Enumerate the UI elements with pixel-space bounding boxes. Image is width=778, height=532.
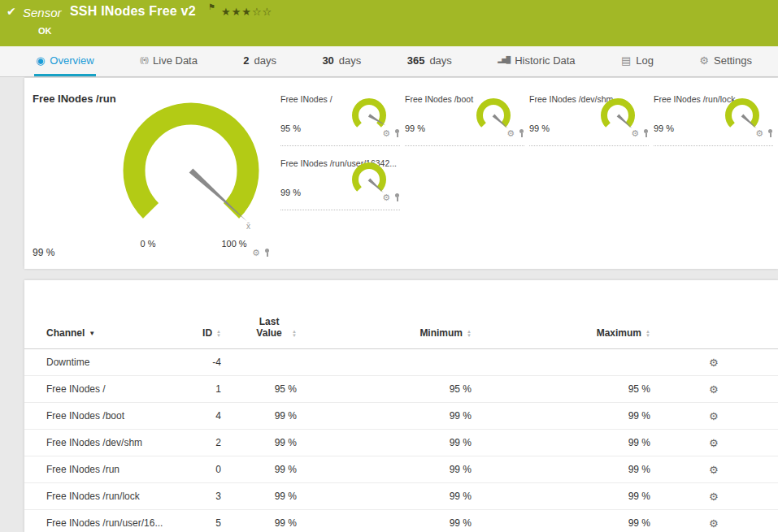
historic-icon: ▂▅█ (498, 57, 510, 63)
sort-icon: ▲▼ (467, 330, 472, 338)
flag-icon[interactable]: ⚑ (208, 2, 215, 11)
gauge-pin-icon[interactable] (519, 129, 524, 138)
tab-settings[interactable]: ⚙Settings (698, 46, 754, 76)
channel-settings-icon[interactable]: ⚙ (709, 410, 719, 422)
gauge-settings-icon[interactable]: ⚙ (755, 129, 763, 138)
tab-overview[interactable]: ◉Overview (34, 46, 96, 76)
gauge-value: 99 % (405, 123, 425, 133)
gauge-value: 99 % (654, 123, 674, 133)
sensor-header: ✔ Sensor SSH INodes Free v2 ⚑ ★★★☆☆ OK (0, 0, 778, 46)
channel-name: Free INodes /run/lock (24, 483, 171, 510)
column-label: Minimum (419, 327, 463, 339)
primary-gauge-actions: ⚙ (252, 249, 270, 257)
column-header-maximum[interactable]: Maximum▲▼ (472, 308, 650, 349)
channel-minimum: 99 % (297, 483, 472, 510)
channel-id: 2 (171, 430, 221, 456)
channel-maximum: 99 % (472, 510, 650, 532)
column-header-last-value[interactable]: Last Value▲▼ (221, 308, 297, 349)
tab-label: days (339, 54, 361, 67)
channel-row: Free INodes /run/user/16... 5 99 % 99 % … (24, 510, 778, 532)
gauge-pin-icon[interactable] (264, 249, 270, 257)
channel-id: 0 (171, 456, 221, 483)
column-label: Maximum (597, 327, 641, 339)
gauge-avg-marker: x̄ (246, 222, 250, 231)
channel-settings-icon[interactable]: ⚙ (709, 464, 719, 476)
primary-gauge-value: 99 % (33, 247, 54, 258)
channel-last-value: 99 % (221, 483, 297, 510)
tab-label: days (254, 54, 276, 67)
gauge-actions: ⚙ (382, 129, 400, 138)
channels-table: Channel▼ID▲▼Last Value▲▼Minimum▲▼Maximum… (24, 308, 778, 532)
gauge-pin-icon[interactable] (767, 129, 773, 138)
channel-id: 3 (171, 483, 221, 510)
channel-row: Free INodes /dev/shm 2 99 % 99 % 99 % ⚙ (24, 430, 778, 456)
sensor-title: SSH INodes Free v2 (70, 4, 196, 19)
channel-gauge-tile: Free INodes /dev/shm 99 % ⚙ (529, 88, 649, 146)
stars-filled: ★★★ (221, 6, 252, 18)
channel-name: Free INodes /boot (24, 403, 171, 430)
gauge-actions: ⚙ (631, 129, 649, 138)
channel-maximum: 99 % (472, 483, 650, 510)
object-kind-label: Sensor (23, 6, 62, 19)
gauge-settings-icon[interactable]: ⚙ (382, 129, 390, 138)
gauge-settings-icon[interactable]: ⚙ (506, 129, 515, 138)
channel-gauge-tile: Free INodes /run/user/16342... 99 % ⚙ (280, 152, 400, 210)
channel-id: 1 (171, 376, 221, 403)
stars-empty: ☆☆ (252, 6, 272, 18)
channel-settings-icon[interactable]: ⚙ (709, 383, 719, 396)
gauge-settings-icon[interactable]: ⚙ (382, 193, 390, 202)
tab-historic-data[interactable]: ▂▅█Historic Data (496, 46, 576, 76)
gauge-actions: ⚙ (506, 129, 524, 138)
tab-label: Log (636, 54, 654, 67)
tab-2-days[interactable]: 2days (241, 46, 278, 76)
column-header-channel[interactable]: Channel▼ (24, 308, 171, 349)
gauge-actions: ⚙ (382, 193, 400, 202)
tab-365-days[interactable]: 365days (406, 46, 454, 76)
tab-label: Settings (714, 54, 752, 67)
tab-label: days (429, 54, 451, 67)
channel-settings-icon[interactable]: ⚙ (709, 357, 719, 369)
gauge-value: 99 % (280, 188, 301, 197)
column-header-id[interactable]: ID▲▼ (171, 308, 221, 349)
gauge-pin-icon[interactable] (394, 129, 400, 138)
sensor-status-badge: OK (38, 26, 52, 36)
tab-live-data[interactable]: ((•))Live Data (138, 46, 199, 76)
channel-settings-icon[interactable]: ⚙ (709, 437, 719, 449)
gauge-pin-icon[interactable] (643, 129, 649, 138)
channel-row: Free INodes /run/lock 3 99 % 99 % 99 % ⚙ (24, 483, 778, 510)
priority-stars[interactable]: ★★★☆☆ (221, 6, 272, 18)
gauge-min-label: 0 % (132, 239, 164, 249)
log-icon: ▤ (621, 55, 631, 66)
gauge-value: 99 % (529, 123, 550, 133)
table-header-row: Channel▼ID▲▼Last Value▲▼Minimum▲▼Maximum… (24, 308, 778, 349)
column-header-actions (650, 308, 778, 349)
gauge-max-label: 100 % (218, 239, 250, 249)
gauge-pin-icon[interactable] (394, 193, 400, 202)
channel-minimum: 99 % (297, 456, 472, 483)
channel-settings-icon[interactable]: ⚙ (709, 491, 719, 503)
tab-number: 2 (243, 54, 249, 67)
sort-icon: ▲▼ (216, 330, 221, 338)
live-icon: ((•)) (140, 57, 148, 64)
column-label: Channel (46, 327, 85, 339)
channel-name: Free INodes /run/user/16... (24, 510, 171, 532)
channel-last-value: 99 % (221, 403, 297, 430)
channels-panel: Channel▼ID▲▼Last Value▲▼Minimum▲▼Maximum… (24, 280, 778, 532)
channel-name: Free INodes / (24, 376, 171, 403)
gauges-panel: Free INodes /run 0 % 100 % x̄ 99 % ⚙ Fre… (24, 78, 778, 269)
gauge-settings-icon[interactable]: ⚙ (252, 249, 260, 257)
primary-gauge-title: Free INodes /run (33, 93, 116, 105)
gauge-settings-icon[interactable]: ⚙ (631, 129, 639, 138)
tab-30-days[interactable]: 30days (320, 46, 363, 76)
tab-label: Historic Data (515, 54, 575, 67)
channel-name: Free INodes /dev/shm (24, 430, 171, 456)
channel-maximum: 99 % (472, 430, 650, 456)
tab-log[interactable]: ▤Log (619, 46, 655, 76)
tab-label: Live Data (153, 54, 198, 67)
channel-settings-icon[interactable]: ⚙ (709, 517, 719, 530)
gauge-value: 95 % (280, 123, 301, 133)
column-header-minimum[interactable]: Minimum▲▼ (297, 308, 472, 349)
gauge-actions: ⚙ (755, 129, 773, 138)
channel-minimum: 99 % (297, 403, 472, 430)
channel-last-value: 99 % (221, 430, 297, 456)
